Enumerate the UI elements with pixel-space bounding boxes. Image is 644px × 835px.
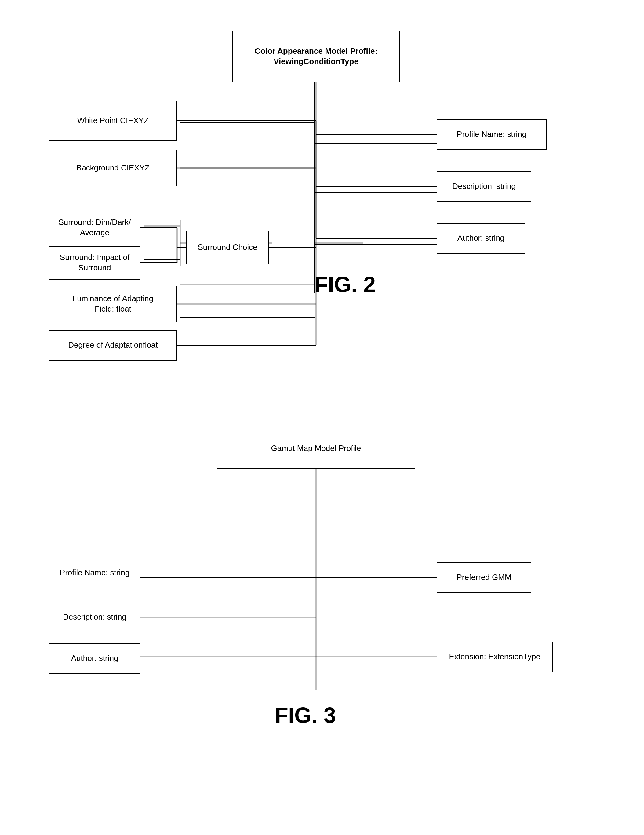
- surround-impact-box: Surround: Impact ofSurround: [49, 246, 141, 279]
- description-box-2: Description: string: [49, 602, 141, 632]
- diagram-fig3: Gamut Map Model Profile Profile Name: st…: [24, 416, 620, 752]
- fig2-label: FIG. 2: [315, 272, 376, 297]
- surround-choice-box: Surround Choice: [186, 231, 269, 264]
- profile-name-box-2: Profile Name: string: [49, 557, 141, 588]
- profile-name-box-1: Profile Name: string: [437, 119, 547, 150]
- description-box-1: Description: string: [437, 171, 531, 201]
- preferred-gmm-box: Preferred GMM: [437, 562, 531, 593]
- root-box: Color Appearance Model Profile:ViewingCo…: [232, 31, 400, 83]
- page: Color Appearance Model Profile:ViewingCo…: [0, 0, 644, 835]
- author-box-1: Author: string: [437, 223, 525, 253]
- author-box-2: Author: string: [49, 643, 141, 674]
- gamut-root-box: Gamut Map Model Profile: [217, 428, 415, 469]
- extension-box: Extension: ExtensionType: [437, 642, 553, 672]
- fig3-label: FIG. 3: [275, 703, 336, 728]
- background-box: Background CIEXYZ: [49, 150, 177, 186]
- luminance-box: Luminance of AdaptingField: float: [49, 286, 177, 322]
- diagram-fig2: Color Appearance Model Profile:ViewingCo…: [24, 18, 620, 385]
- degree-box: Degree of Adaptationfloat: [49, 330, 177, 361]
- white-point-box: White Point CIEXYZ: [49, 101, 177, 141]
- surround-dim-box: Surround: Dim/Dark/Average: [49, 208, 141, 247]
